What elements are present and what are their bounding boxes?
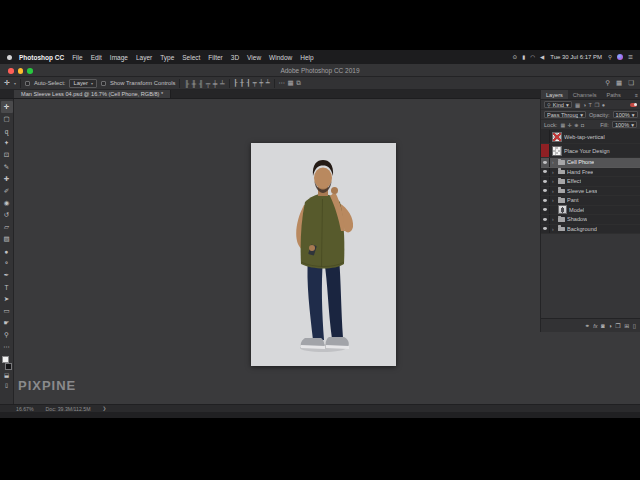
align-center-v-icon[interactable]: ╪ — [213, 80, 218, 87]
spotlight-icon[interactable]: ⚲ — [608, 54, 612, 60]
distribute-right-icon[interactable]: ┨ — [246, 79, 250, 87]
align-top-icon[interactable]: ╤ — [206, 80, 211, 87]
type-tool[interactable]: T — [1, 281, 13, 293]
layer-row-model[interactable]: Model — [541, 206, 640, 216]
menu-type[interactable]: Type — [160, 54, 174, 61]
pen-tool[interactable]: ✒ — [1, 269, 13, 281]
move-tool[interactable]: ✛ — [1, 101, 13, 113]
auto-select-checkbox[interactable] — [25, 81, 30, 86]
new-group-icon[interactable]: ❐ — [615, 322, 620, 329]
arrange-icon[interactable]: ⧉ — [296, 79, 301, 87]
layer-mask-icon[interactable]: ◙ — [601, 323, 605, 329]
layer-visibility-toggle[interactable] — [541, 168, 550, 177]
dodge-tool[interactable]: ⚬ — [1, 257, 13, 269]
layer-visibility-toggle[interactable] — [541, 225, 550, 234]
menu-filter[interactable]: Filter — [208, 54, 222, 61]
brush-tool[interactable]: ✐ — [1, 185, 13, 197]
layer-visibility-toggle[interactable] — [541, 206, 550, 215]
hand-tool[interactable]: ☛ — [1, 317, 13, 329]
panel-tab-channels[interactable]: Channels — [568, 90, 602, 99]
distribute-left-icon[interactable]: ┠ — [234, 79, 238, 87]
eraser-tool[interactable]: ▱ — [1, 221, 13, 233]
filter-kind-dropdown[interactable]: ⚲ Kind ▾ — [544, 101, 572, 108]
layer-row-cell-phone[interactable]: ›Cell Phone — [541, 158, 640, 168]
panel-tab-layers[interactable]: Layers — [541, 90, 568, 99]
layer-thumbnail[interactable] — [558, 205, 567, 214]
zoom-tool[interactable]: ⚲ — [1, 329, 13, 341]
layer-row-shadow[interactable]: ›Shadow — [541, 215, 640, 225]
lock-all-icon[interactable]: ◘ — [581, 122, 584, 128]
layer-visibility-toggle[interactable] — [541, 196, 550, 205]
apple-menu-icon[interactable] — [7, 55, 12, 60]
blend-mode-dropdown[interactable]: Pass Through ▾ — [544, 111, 586, 118]
status-chevron-icon[interactable]: ❯ — [103, 406, 107, 411]
menu-image[interactable]: Image — [110, 54, 128, 61]
layer-visibility-toggle[interactable] — [541, 177, 550, 186]
magic-wand-tool[interactable]: ✦ — [1, 137, 13, 149]
disclosure-triangle-icon[interactable]: › — [552, 216, 556, 222]
layer-visibility-toggle[interactable] — [541, 144, 550, 157]
search-icon[interactable]: ⚲ — [605, 79, 610, 87]
layer-style-icon[interactable]: fx — [593, 323, 597, 329]
history-brush-tool[interactable]: ↺ — [1, 209, 13, 221]
path-selection-tool[interactable]: ➤ — [1, 293, 13, 305]
distribute-bottom-icon[interactable]: ┷ — [266, 79, 270, 87]
layer-row-hand-free[interactable]: ›Hand Free — [541, 168, 640, 178]
show-transform-checkbox[interactable] — [101, 81, 106, 86]
layer-thumbnail[interactable] — [552, 146, 562, 156]
gradient-tool[interactable]: ▨ — [1, 233, 13, 245]
panel-menu-icon[interactable]: ≡ — [635, 92, 638, 98]
layer-thumbnail[interactable] — [552, 132, 562, 142]
layer-visibility-toggle[interactable] — [541, 215, 550, 224]
menu-edit[interactable]: Edit — [91, 54, 102, 61]
document-canvas[interactable] — [251, 143, 396, 366]
more-options-icon[interactable]: ⋯ — [279, 79, 286, 87]
layer-row-pant[interactable]: ›Pant — [541, 196, 640, 206]
filter-toggle[interactable] — [630, 103, 637, 107]
layer-visibility-toggle[interactable] — [541, 158, 550, 167]
healing-brush-tool[interactable]: ✚ — [1, 173, 13, 185]
system-status-icon[interactable]: ⊙ — [513, 54, 518, 60]
panel-options-icon[interactable]: ❏ — [628, 79, 634, 87]
disclosure-triangle-icon[interactable]: › — [552, 159, 556, 165]
wifi-icon[interactable]: ◠ — [530, 54, 535, 60]
menu-window[interactable]: Window — [269, 54, 292, 61]
filter-adjustment-icon[interactable]: ◑ — [583, 102, 586, 108]
status-zoom-level[interactable]: 16.67% — [16, 406, 34, 412]
lock-pixels-icon[interactable]: ✛ — [568, 122, 572, 128]
battery-icon[interactable]: ▮ — [522, 54, 525, 60]
crop-tool[interactable]: ⊡ — [1, 149, 13, 161]
grid-icon[interactable]: ▦ — [288, 79, 294, 87]
menu-help[interactable]: Help — [300, 54, 313, 61]
filter-type-icon[interactable]: T — [589, 102, 592, 108]
fill-dropdown[interactable]: 100% ▾ — [612, 121, 637, 128]
new-layer-icon[interactable]: ⊞ — [624, 322, 629, 329]
layer-row-place-your-design[interactable]: Place Your Design — [541, 144, 640, 158]
layer-visibility-toggle[interactable] — [541, 187, 550, 196]
background-color-swatch[interactable] — [5, 363, 12, 370]
menu-file[interactable]: File — [72, 54, 82, 61]
disclosure-triangle-icon[interactable]: › — [552, 169, 556, 175]
opacity-dropdown[interactable]: 100% ▾ — [613, 111, 638, 118]
control-center-icon[interactable]: ☰ — [628, 54, 633, 60]
align-bottom-icon[interactable]: ╧ — [220, 80, 225, 87]
layer-row-sleeve-less[interactable]: ›Sleeve Less — [541, 187, 640, 197]
layer-row-effect[interactable]: ›Effect — [541, 177, 640, 187]
disclosure-triangle-icon[interactable]: › — [552, 178, 556, 184]
layer-visibility-toggle[interactable] — [541, 130, 550, 143]
foreground-color-swatch[interactable] — [2, 356, 9, 363]
siri-icon[interactable] — [617, 54, 623, 60]
menu-3d[interactable]: 3D — [231, 54, 239, 61]
document-tab[interactable]: Man Sleeve Less 04.psd @ 16.7% (Cell Pho… — [14, 90, 171, 98]
menu-layer[interactable]: Layer — [136, 54, 152, 61]
align-left-icon[interactable]: ╟ — [184, 80, 189, 87]
eyedropper-tool[interactable]: ✎ — [1, 161, 13, 173]
delete-layer-icon[interactable]: ▯ — [633, 322, 636, 329]
auto-select-dropdown[interactable]: Layer ▾ — [69, 79, 97, 88]
tool-preset-chevron-icon[interactable]: ▾ — [14, 81, 16, 86]
screen-mode-icon[interactable]: ▯ — [1, 380, 13, 390]
menubar-clock[interactable]: Tue 30 Jul 6:17 PM — [550, 54, 602, 60]
workspace-icon[interactable]: ▦ — [616, 79, 622, 87]
layer-row-web-tap-vertical[interactable]: Web-tap-vertical — [541, 130, 640, 144]
distribute-center-v-icon[interactable]: ┿ — [259, 79, 263, 87]
